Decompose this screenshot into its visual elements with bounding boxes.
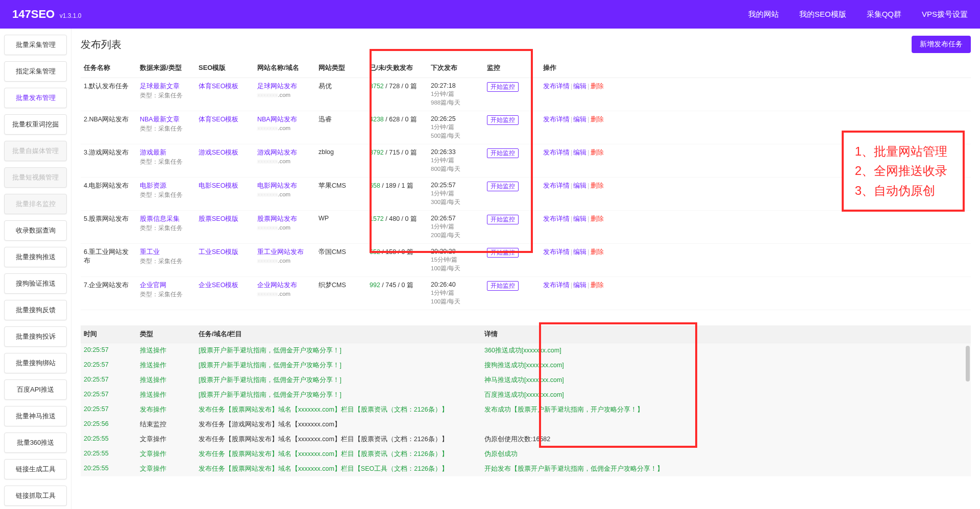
cell-publish: 652 / 158 / 0 篇 bbox=[366, 244, 428, 277]
cell-site: NBA网站发布xxxxxxx.com bbox=[254, 111, 315, 144]
site-link[interactable]: 企业网站发布 bbox=[257, 282, 297, 289]
sidebar-item[interactable]: 批量神马推送 bbox=[4, 406, 67, 426]
sidebar-item[interactable]: 收录数据查询 bbox=[4, 220, 67, 241]
sidebar-item[interactable]: 链接抓取工具 bbox=[4, 486, 67, 506]
cell-template: 体育SEO模板 bbox=[195, 111, 254, 144]
template-link[interactable]: 游戏SEO模板 bbox=[199, 149, 238, 156]
source-link[interactable]: 游戏最新 bbox=[140, 149, 166, 156]
cell-type: 帝国CMS bbox=[315, 244, 366, 277]
cell-source: NBA最新文章类型：采集任务 bbox=[137, 111, 195, 144]
cell-next: 20:20:2815分钟/篇100篇/每天 bbox=[428, 244, 484, 277]
main-panel: 发布列表 新增发布任务 任务名称数据来源/类型SEO模版网站名称/域名网站类型已… bbox=[71, 29, 980, 509]
log-col-header: 详情 bbox=[481, 325, 971, 343]
op-detail[interactable]: 发布详情 bbox=[543, 215, 570, 222]
log-detail bbox=[481, 417, 971, 432]
monitor-button[interactable]: 开始监控 bbox=[487, 148, 519, 158]
sidebar-item[interactable]: 批量搜狗反馈 bbox=[4, 300, 67, 320]
site-link[interactable]: 足球网站发布 bbox=[257, 83, 297, 90]
op-edit[interactable]: 编辑 bbox=[573, 182, 586, 189]
scrollbar-thumb[interactable] bbox=[966, 346, 970, 381]
cell-template: 企业SEO模板 bbox=[195, 277, 254, 310]
template-link[interactable]: 体育SEO模板 bbox=[199, 116, 238, 123]
op-detail[interactable]: 发布详情 bbox=[543, 116, 570, 123]
sidebar-item[interactable]: 指定采集管理 bbox=[4, 61, 67, 82]
col-header: 下次发布 bbox=[428, 58, 484, 78]
cell-template: 游戏SEO模板 bbox=[195, 144, 254, 177]
annotation-box: 1、批量网站管理2、全网推送收录3、自动伪原创 bbox=[842, 131, 965, 212]
top-nav: 我的网站我的SEO模版采集QQ群VPS拨号设置 bbox=[748, 10, 968, 19]
cell-monitor: 开始监控 bbox=[484, 144, 540, 177]
nav-item[interactable]: VPS拨号设置 bbox=[922, 10, 968, 19]
log-table: 时间类型任务/域名/栏目详情 20:25:57推送操作[股票开户新手避坑指南，低… bbox=[81, 325, 971, 476]
app-version: v1.3.1.0 bbox=[60, 12, 82, 19]
monitor-button[interactable]: 开始监控 bbox=[487, 182, 519, 191]
template-link[interactable]: 企业SEO模板 bbox=[199, 282, 238, 289]
cell-template: 工业SEO模版 bbox=[195, 244, 254, 277]
monitor-button[interactable]: 开始监控 bbox=[487, 248, 519, 258]
op-delete[interactable]: 删除 bbox=[591, 182, 604, 189]
op-delete[interactable]: 删除 bbox=[591, 149, 604, 156]
op-edit[interactable]: 编辑 bbox=[573, 282, 586, 289]
site-link[interactable]: 股票网站发布 bbox=[257, 215, 297, 222]
op-delete[interactable]: 删除 bbox=[591, 83, 604, 90]
monitor-button[interactable]: 开始监控 bbox=[487, 281, 519, 291]
sidebar-item[interactable]: 批量发布管理 bbox=[4, 88, 67, 108]
op-edit[interactable]: 编辑 bbox=[573, 83, 586, 90]
op-delete[interactable]: 删除 bbox=[591, 116, 604, 123]
op-edit[interactable]: 编辑 bbox=[573, 149, 586, 156]
sidebar-item[interactable]: 批量搜狗推送 bbox=[4, 247, 67, 267]
sidebar-item[interactable]: 搜狗验证推送 bbox=[4, 273, 67, 294]
sidebar-item[interactable]: 百度API推送 bbox=[4, 379, 67, 400]
source-link[interactable]: NBA最新文章 bbox=[140, 116, 180, 123]
log-col-header: 任务/域名/栏目 bbox=[195, 325, 481, 343]
col-header: 数据来源/类型 bbox=[137, 58, 195, 78]
log-row: 20:25:57发布操作发布任务【股票网站发布】域名【xxxxxxx.com】栏… bbox=[81, 402, 971, 417]
sidebar-item[interactable]: 批量权重词挖掘 bbox=[4, 114, 67, 135]
site-link[interactable]: 电影网站发布 bbox=[257, 182, 297, 189]
nav-item[interactable]: 采集QQ群 bbox=[867, 10, 901, 19]
op-edit[interactable]: 编辑 bbox=[573, 116, 586, 123]
sidebar-item[interactable]: 批量360推送 bbox=[4, 432, 67, 453]
cell-ops: 发布详情|编辑|删除 bbox=[540, 244, 971, 277]
template-link[interactable]: 电影SEO模板 bbox=[199, 182, 238, 189]
op-edit[interactable]: 编辑 bbox=[573, 248, 586, 256]
monitor-button[interactable]: 开始监控 bbox=[487, 215, 519, 224]
template-link[interactable]: 体育SEO模板 bbox=[199, 83, 238, 90]
site-link[interactable]: 游戏网站发布 bbox=[257, 149, 297, 156]
op-delete[interactable]: 删除 bbox=[591, 248, 604, 256]
source-link[interactable]: 电影资源 bbox=[140, 182, 166, 189]
monitor-button[interactable]: 开始监控 bbox=[487, 82, 519, 92]
sidebar-item[interactable]: 批量搜狗投诉 bbox=[4, 326, 67, 347]
op-detail[interactable]: 发布详情 bbox=[543, 248, 570, 256]
op-delete[interactable]: 删除 bbox=[591, 215, 604, 222]
op-delete[interactable]: 删除 bbox=[591, 282, 604, 289]
op-detail[interactable]: 发布详情 bbox=[543, 83, 570, 90]
site-link[interactable]: NBA网站发布 bbox=[257, 116, 297, 123]
log-type: 推送操作 bbox=[137, 373, 195, 388]
table-row: 5.股票网站发布股票信息采集类型：采集任务股票SEO模版股票网站发布xxxxxx… bbox=[81, 211, 971, 244]
monitor-button[interactable]: 开始监控 bbox=[487, 115, 519, 125]
sidebar-item[interactable]: 链接生成工具 bbox=[4, 459, 67, 479]
sidebar-item[interactable]: 批量采集管理 bbox=[4, 35, 67, 55]
logo-block: 147SEO v1.3.1.0 bbox=[12, 8, 82, 21]
op-edit[interactable]: 编辑 bbox=[573, 215, 586, 222]
log-detail: 搜狗推送成功[xxxxxxx.com] bbox=[481, 358, 971, 373]
template-link[interactable]: 工业SEO模版 bbox=[199, 248, 238, 256]
source-link[interactable]: 足球最新文章 bbox=[140, 83, 180, 90]
add-task-button[interactable]: 新增发布任务 bbox=[912, 36, 971, 53]
template-link[interactable]: 股票SEO模版 bbox=[199, 215, 238, 222]
op-detail[interactable]: 发布详情 bbox=[543, 282, 570, 289]
nav-item[interactable]: 我的SEO模版 bbox=[799, 10, 846, 19]
source-link[interactable]: 企业官网 bbox=[140, 282, 166, 289]
log-row: 20:25:55文章操作发布任务【股票网站发布】域名【xxxxxxx.com】栏… bbox=[81, 447, 971, 462]
nav-item[interactable]: 我的网站 bbox=[748, 10, 779, 19]
source-link[interactable]: 股票信息采集 bbox=[140, 215, 180, 222]
source-link[interactable]: 重工业 bbox=[140, 248, 160, 256]
op-detail[interactable]: 发布详情 bbox=[543, 182, 570, 189]
op-detail[interactable]: 发布详情 bbox=[543, 149, 570, 156]
cell-monitor: 开始监控 bbox=[484, 244, 540, 277]
cell-source: 重工业类型：采集任务 bbox=[137, 244, 195, 277]
sidebar-item[interactable]: 批量搜狗绑站 bbox=[4, 353, 67, 373]
site-link[interactable]: 重工业网站发布 bbox=[257, 248, 304, 256]
cell-name: 3.游戏网站发布 bbox=[81, 144, 137, 177]
